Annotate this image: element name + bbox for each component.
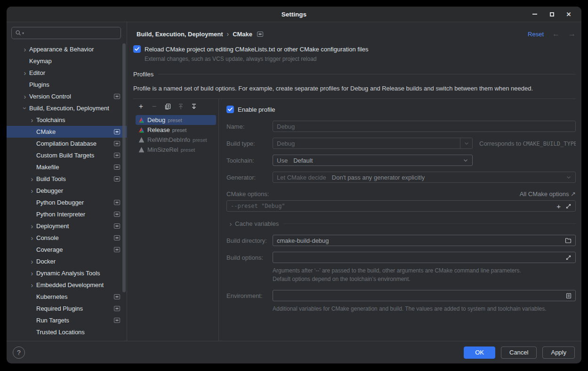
folder-icon[interactable] (565, 238, 572, 243)
chevron-right-icon[interactable]: › (28, 234, 36, 241)
sidebar-item-dynamic-analysis-tools[interactable]: ›Dynamic Analysis Tools (7, 267, 127, 279)
profile-suffix: preset (193, 137, 207, 143)
copy-profile-button[interactable] (161, 101, 173, 112)
chevron-right-icon[interactable]: › (28, 187, 36, 194)
reload-cmake-label: Reload CMake project on editing CMakeLis… (145, 46, 368, 53)
name-value: Debug (277, 123, 295, 130)
sidebar-item-kubernetes[interactable]: Kubernetes (7, 291, 127, 303)
profile-suffix: preset (172, 127, 187, 133)
sidebar-item-docker[interactable]: ›Docker (7, 256, 127, 267)
search-options-caret-icon[interactable]: ▾ (22, 31, 24, 35)
build-directory-field[interactable]: cmake-build-debug (273, 235, 576, 246)
chevron-right-icon[interactable]: › (28, 281, 36, 289)
sidebar-item-label: Python Interpreter (36, 211, 85, 218)
sidebar-scrollbar[interactable] (122, 43, 126, 292)
sidebar-item-coverage[interactable]: Coverage (7, 244, 127, 256)
minimize-button[interactable] (530, 9, 540, 19)
build-options-note: Arguments after ‘--’ are passed to the b… (273, 266, 576, 283)
environment-field[interactable] (273, 290, 576, 301)
expand-editor-icon[interactable] (565, 203, 572, 209)
sidebar-item-label: Debugger (36, 187, 63, 194)
sidebar-item-cmake[interactable]: CMake (7, 126, 127, 138)
sidebar-item-compilation-database[interactable]: Compilation Database (7, 138, 127, 149)
sidebar-item-version-control[interactable]: ›Version Control (7, 91, 127, 102)
chevron-right-icon[interactable]: › (28, 258, 36, 265)
sidebar-item-toolchains[interactable]: ›Toolchains (7, 114, 127, 126)
back-arrow-icon[interactable]: ← (552, 30, 560, 38)
ok-button[interactable]: OK (464, 346, 495, 359)
minimize-icon (532, 14, 537, 15)
sidebar-item-editor[interactable]: ›Editor (7, 67, 127, 79)
sidebar-item-makefile[interactable]: Makefile (7, 161, 127, 173)
chevron-right-icon[interactable]: › (21, 69, 29, 76)
sidebar-item-plugins[interactable]: Plugins (7, 79, 127, 91)
sidebar-item-python-debugger[interactable]: Python Debugger (7, 197, 127, 208)
profile-item-debug[interactable]: Debugpreset (136, 115, 216, 125)
sidebar-item-console[interactable]: ›Console (7, 232, 127, 244)
sidebar-item-python-interpreter[interactable]: Python Interpreter (7, 208, 127, 220)
title-bar[interactable]: Settings ✕ (7, 7, 581, 22)
sidebar-item-build-execution-deployment[interactable]: ›Build, Execution, Deployment (7, 102, 127, 114)
expand-editor-icon[interactable] (565, 255, 572, 261)
maximize-button[interactable] (547, 9, 557, 19)
settings-main: Build, Execution, Deployment › CMake Res… (127, 22, 581, 341)
sidebar-item-custom-build-targets[interactable]: Custom Build Targets (7, 149, 127, 161)
enable-profile-checkbox[interactable] (226, 106, 234, 113)
breadcrumb-item-cmake[interactable]: CMake (233, 31, 252, 38)
apply-button[interactable]: Apply (542, 346, 575, 359)
move-up-button[interactable] (175, 101, 186, 112)
sidebar-item-trusted-locations[interactable]: Trusted Locations (7, 326, 127, 338)
chevron-right-icon[interactable]: › (28, 223, 36, 230)
sidebar-item-build-tools[interactable]: ›Build Tools (7, 173, 127, 185)
chevron-right-icon[interactable]: › (21, 93, 29, 100)
build-options-field[interactable] (273, 252, 576, 263)
breadcrumb-item-bed[interactable]: Build, Execution, Deployment (137, 31, 223, 38)
reload-cmake-checkbox[interactable] (133, 45, 141, 53)
chevron-right-icon[interactable]: › (28, 175, 36, 182)
forward-arrow-icon[interactable]: → (568, 30, 576, 38)
sidebar-item-label: Build Tools (36, 175, 66, 182)
add-profile-button[interactable]: + (135, 101, 147, 112)
sidebar-item-run-targets[interactable]: Run Targets (7, 314, 127, 326)
chevron-right-icon[interactable]: › (21, 46, 29, 53)
cache-variables-section[interactable]: › Cache variables (226, 220, 576, 227)
breadcrumb-separator-icon: › (226, 30, 229, 38)
all-cmake-options-link[interactable]: All CMake options ↗ (520, 190, 576, 198)
sidebar-item-keymap[interactable]: Keymap (7, 55, 127, 67)
variables-list-icon[interactable] (566, 293, 572, 299)
help-button[interactable]: ? (13, 346, 25, 359)
profile-item-minsizerel[interactable]: MinSizeRelpreset (136, 145, 216, 155)
sidebar-item-label: Makefile (36, 164, 59, 171)
toolchain-select[interactable]: Use Default (273, 155, 473, 166)
chevron-down-icon[interactable]: › (22, 104, 29, 113)
generator-select[interactable]: Let CMake decide Don't pass any generato… (273, 172, 576, 183)
reset-button[interactable]: Reset (528, 31, 544, 38)
build-type-label: Build type: (226, 140, 273, 147)
sidebar-item-deployment[interactable]: ›Deployment (7, 220, 127, 232)
add-option-icon[interactable]: + (556, 202, 561, 210)
cancel-button[interactable]: Cancel (501, 346, 537, 359)
settings-sidebar: ▾ ›Appearance & BehaviorKeymap›EditorPlu… (7, 22, 127, 341)
remove-profile-button[interactable]: − (148, 101, 160, 112)
profile-form: Enable profile Name: Debug Build type: D… (219, 99, 576, 341)
profile-item-release[interactable]: Releasepreset (136, 125, 216, 135)
close-button[interactable]: ✕ (564, 9, 574, 19)
sidebar-item-debugger[interactable]: ›Debugger (7, 185, 127, 197)
screen-icon (114, 141, 120, 146)
screen-icon (114, 306, 120, 311)
cmake-options-field[interactable]: --preset "Debug" + (226, 200, 576, 212)
move-down-button[interactable] (188, 101, 200, 112)
sidebar-item-appearance-behavior[interactable]: ›Appearance & Behavior (7, 43, 127, 55)
sidebar-item-embedded-development[interactable]: ›Embedded Development (7, 279, 127, 291)
chevron-right-icon[interactable]: › (28, 270, 36, 277)
sidebar-item-required-plugins[interactable]: Required Plugins (7, 303, 127, 314)
screen-icon (114, 318, 120, 323)
cmake-logo-gray-icon (138, 137, 145, 143)
build-type-select[interactable]: Debug (273, 138, 473, 149)
chevron-right-icon[interactable]: › (28, 116, 36, 124)
profile-name: Debug (147, 116, 165, 124)
search-input[interactable]: ▾ (11, 27, 121, 39)
profile-item-relwithdebinfo[interactable]: RelWithDebInfopreset (136, 135, 216, 145)
settings-tree: ›Appearance & BehaviorKeymap›EditorPlugi… (7, 43, 127, 338)
name-field[interactable]: Debug (273, 121, 576, 132)
